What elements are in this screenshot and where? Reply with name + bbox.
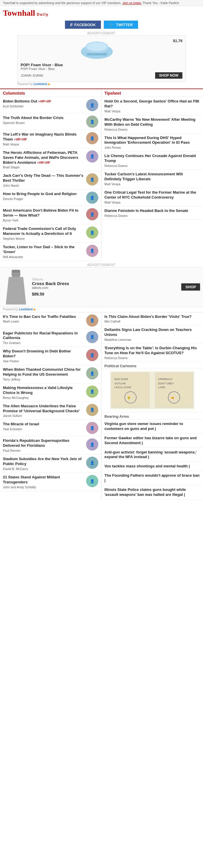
columnist-info: Federal Trade Commission's Call of Duty … bbox=[3, 226, 84, 240]
right-title[interactable]: DeSantis Signs Law Cracking Down on Teac… bbox=[104, 328, 200, 337]
tip-author: Rebecca Downs bbox=[104, 164, 200, 167]
liveintent-icon: ▶ bbox=[48, 83, 50, 86]
columnist-title[interactable]: How to Bring People to God and Religion bbox=[3, 192, 84, 196]
ad2-brand: Talbots bbox=[32, 278, 178, 281]
ad1-price: $1.79 bbox=[173, 39, 182, 43]
lower-title[interactable]: Eager Publicists for Racial Reparations … bbox=[3, 331, 84, 341]
join-link[interactable]: Join us today. bbox=[123, 1, 142, 5]
right-author: Madeline Leesman bbox=[104, 338, 200, 341]
lower-left-item: Making Homelessness a Valid Lifestyle Ch… bbox=[0, 383, 101, 402]
tip-title[interactable]: Dianne Feinstein Is Headed Back to the S… bbox=[104, 209, 200, 213]
avatar-face: 👤 bbox=[90, 479, 95, 483]
bearing-arms-item: The Founding Fathers wouldn't approve of… bbox=[102, 471, 203, 485]
columnist-title[interactable]: Tucker, Listen to Your Dad – Stick to th… bbox=[3, 245, 84, 255]
bearing-arms-item: Anti-gun activist: forget banning 'assau… bbox=[102, 448, 203, 462]
tip-item: Liz Cheney Continues Her Crusade Against… bbox=[102, 152, 203, 170]
ad2-liveintent-icon: ▶ bbox=[34, 308, 36, 311]
lower-title[interactable]: Making Homelessness a Valid Lifestyle Ch… bbox=[3, 385, 84, 395]
ad1-product-image bbox=[78, 39, 116, 62]
bearing-arms-title[interactable]: The Founding Fathers wouldn't approve of… bbox=[104, 473, 200, 483]
columnist-avatar: 👤 bbox=[86, 245, 98, 257]
tip-author: Rebecca Downs bbox=[104, 214, 200, 217]
bearing-arms-title[interactable]: Former Gawker editor has bizarre take on… bbox=[104, 436, 200, 445]
lower-author: Yael Eckstein bbox=[3, 427, 84, 431]
tip-title[interactable]: Tucker Carlson's Latest Announcement Wil… bbox=[104, 172, 200, 182]
columnist-item: Jack Carr's Only The Dead — This Summer'… bbox=[0, 171, 101, 190]
tip-author: Matt Vespa bbox=[104, 182, 200, 186]
columnist-title[interactable]: The Heroic Afflictions of Fetterman, PET… bbox=[3, 150, 84, 165]
svg-text:🔫: 🔫 bbox=[171, 396, 174, 400]
facebook-label: FACEBOOK bbox=[74, 23, 96, 27]
lower-item-info: When Biden Thanked Communist China for H… bbox=[3, 367, 84, 381]
lower-title[interactable]: It's Time to Ban Cars for Traffic Fatali… bbox=[3, 314, 84, 319]
bearing-arms-title[interactable]: Illinois State Police claims guns bought… bbox=[104, 488, 200, 497]
site-header: Townhall Daily bbox=[0, 6, 203, 19]
lower-left-item: The Allen Massacre Underlines the False … bbox=[0, 402, 101, 420]
lower-item-info: Florida's Republican Supermajorities Del… bbox=[3, 438, 84, 452]
ad1-product-sub: POP! Foam Visor - Blue bbox=[21, 67, 182, 70]
main-grid: Columnists Biden Bottoms Out ≡VIP Kurt S… bbox=[0, 89, 203, 261]
right-item: Is This Claim About Biden's Border 'Visi… bbox=[102, 312, 203, 326]
lower-title[interactable]: Stadium Subsidies Are the New York Jets … bbox=[3, 457, 84, 466]
columnist-title[interactable]: Federal Trade Commission's Call of Duty … bbox=[3, 226, 84, 236]
bearing-arms-title[interactable]: Anti-gun activist: forget banning 'assau… bbox=[104, 450, 200, 460]
facebook-button[interactable]: f FACEBOOK bbox=[65, 21, 101, 29]
tipsheet-list: Hold On a Second, George Santos' Office … bbox=[102, 97, 203, 220]
lower-left-item: The Miracle of Israel Yael Eckstein 👤 bbox=[0, 420, 101, 436]
right-title[interactable]: Is This Claim About Biden's Border 'Visi… bbox=[104, 314, 200, 319]
bearing-arms-item: Former Gawker editor has bizarre take on… bbox=[102, 434, 203, 448]
tip-title[interactable]: One Critical Legal Test for the Former M… bbox=[104, 190, 200, 200]
lower-title[interactable]: The Miracle of Israel bbox=[3, 422, 84, 427]
columnist-title[interactable]: Biden Bottoms Out ≡VIP bbox=[3, 99, 84, 104]
tip-title[interactable]: This Is What Happened During DHS' Hyped … bbox=[104, 135, 200, 146]
lower-left-item: It's Time to Ban Cars for Traffic Fatali… bbox=[0, 312, 101, 329]
ad1-shop-now-button[interactable]: SHOP NOW bbox=[155, 72, 182, 79]
tip-title[interactable]: Liz Cheney Continues Her Crusade Against… bbox=[104, 154, 200, 163]
tip-item: Tucker Carlson's Latest Announcement Wil… bbox=[102, 170, 203, 188]
lower-author: Paul Renner bbox=[3, 449, 84, 452]
lower-author: Tim Graham bbox=[3, 341, 84, 345]
columnist-info: The Heroic Afflictions of Fetterman, PET… bbox=[3, 150, 84, 169]
avatar-face: 👤 bbox=[90, 426, 95, 430]
columnist-title[interactable]: Most Americans Don't Believe Biden Fit t… bbox=[3, 208, 84, 218]
tip-title[interactable]: McCarthy Warns 'No New Movement' After M… bbox=[104, 117, 200, 127]
columnist-title[interactable]: Jack Carr's Only The Dead — This Summer'… bbox=[3, 173, 84, 183]
columnist-author: Will Alexander bbox=[3, 255, 84, 259]
tip-item: This Is What Happened During DHS' Hyped … bbox=[102, 133, 203, 152]
right-title[interactable]: 'Everything Is on the Table': Is Durbin … bbox=[104, 346, 200, 355]
lower-author: Terry Jeffrey bbox=[3, 378, 84, 381]
twitter-button[interactable]: 🐦 TWITTER bbox=[104, 21, 138, 29]
columnist-title[interactable]: The Truth About the Border Crisis bbox=[3, 116, 84, 121]
svg-text:LEGAL GUNS: LEGAL GUNS bbox=[114, 386, 131, 389]
avatar-face: 👤 bbox=[90, 154, 95, 158]
columnist-info: How to Bring People to God and Religion … bbox=[3, 192, 84, 200]
lower-title[interactable]: The Allen Massacre Underlines the False … bbox=[3, 404, 84, 414]
banner-text: Townhall is supported by advertising and… bbox=[3, 1, 122, 5]
lower-title[interactable]: Why Doesn't Drowning in Debt Bother Bide… bbox=[3, 349, 84, 359]
lower-avatar: 👤 bbox=[86, 349, 98, 361]
lower-item-info: Eager Publicists for Racial Reparations … bbox=[3, 331, 84, 345]
columnist-item: Tucker, Listen to Your Dad – Stick to th… bbox=[0, 243, 101, 261]
columnist-avatar: 👤 bbox=[86, 226, 98, 239]
svg-text:BAN GUNS: BAN GUNS bbox=[114, 378, 128, 380]
lower-title[interactable]: When Biden Thanked Communist China for H… bbox=[3, 367, 84, 377]
svg-rect-6 bbox=[12, 270, 20, 273]
columnist-author: Dennis Prager bbox=[3, 197, 84, 200]
tip-item: One Critical Legal Test for the Former M… bbox=[102, 188, 203, 207]
columnist-item: How to Bring People to God and Religion … bbox=[0, 190, 101, 206]
lower-right-list: Is This Claim About Biden's Border 'Visi… bbox=[102, 312, 203, 362]
tip-title[interactable]: Hold On a Second, George Santos' Office … bbox=[104, 99, 200, 109]
tip-author: Julio Rosas bbox=[104, 146, 200, 149]
lower-left-item: When Biden Thanked Communist China for H… bbox=[0, 365, 101, 383]
avatar-face: 👤 bbox=[90, 371, 95, 376]
columnist-title[interactable]: The Left's War on Imaginary Nazis Blinds… bbox=[3, 132, 84, 142]
columnist-item: Biden Bottoms Out ≡VIP Kurt Schlichter 👤 bbox=[0, 97, 101, 114]
columnist-item: Most Americans Don't Believe Biden Fit t… bbox=[0, 206, 101, 224]
lower-title[interactable]: 21 States Stand Against Militant Transge… bbox=[3, 475, 84, 485]
bearing-arms-title[interactable]: Vox tackles mass shootings and mental he… bbox=[104, 464, 200, 469]
ad2-shop-button[interactable]: SHOP bbox=[181, 283, 200, 290]
bearing-arms-title[interactable]: Virginia gun store owner issues reminder… bbox=[104, 422, 200, 431]
lower-title[interactable]: Florida's Republican Supermajorities Del… bbox=[3, 438, 84, 448]
tip-author: Matt Vespa bbox=[104, 110, 200, 113]
lower-avatar: 👤 bbox=[86, 367, 98, 379]
